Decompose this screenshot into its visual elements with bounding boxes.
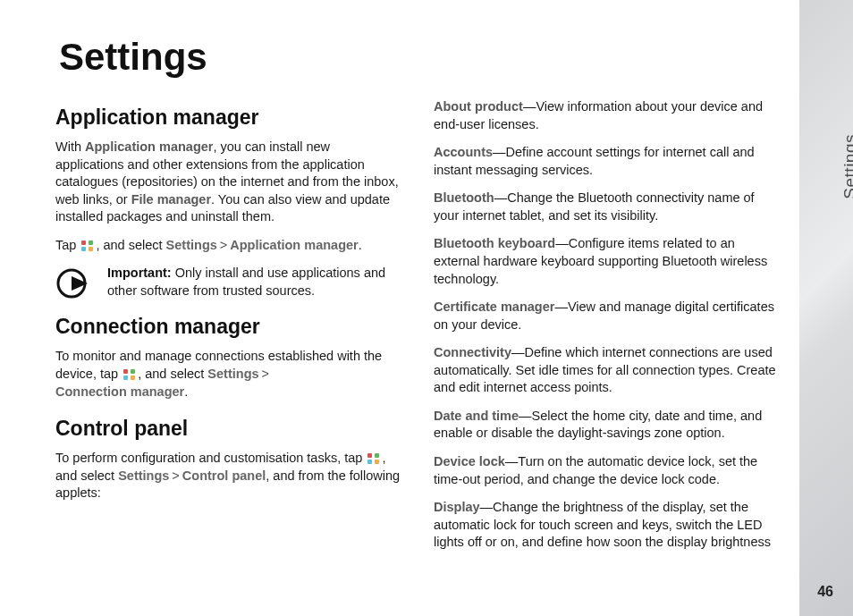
text: . bbox=[184, 384, 188, 399]
paragraph-app-manager-path: Tap , and select Settings>Application ma… bbox=[55, 237, 401, 255]
applet-description: —Change the brightness of the display, s… bbox=[434, 500, 771, 549]
term-file-manager: File manager bbox=[131, 192, 211, 207]
page-title: Settings bbox=[59, 36, 780, 79]
path-control-panel: Control panel bbox=[182, 468, 266, 483]
path-settings: Settings bbox=[166, 238, 217, 252]
page-number: 46 bbox=[817, 584, 833, 600]
paragraph-connection-manager: To monitor and manage connections establ… bbox=[55, 348, 401, 401]
applet-entry: Date and time—Select the home city, date… bbox=[434, 408, 780, 443]
applet-entry: Connectivity—Define which internet conne… bbox=[434, 344, 780, 397]
breadcrumb-separator: > bbox=[172, 468, 179, 483]
applet-entry: Display—Change the brightness of the dis… bbox=[434, 499, 780, 552]
term-application-manager: Application manager bbox=[85, 139, 213, 154]
applet-label: Display bbox=[434, 500, 480, 514]
apps-menu-icon bbox=[81, 240, 94, 251]
apps-menu-icon bbox=[123, 369, 136, 380]
text: To perform configuration and customisati… bbox=[55, 451, 366, 465]
applet-label: Certificate manager bbox=[434, 300, 554, 314]
heading-connection-manager: Connection manager bbox=[55, 313, 401, 341]
applet-label: Accounts bbox=[434, 145, 493, 159]
paragraph-control-panel: To perform configuration and customisati… bbox=[55, 450, 401, 502]
heading-application-manager: Application manager bbox=[55, 104, 401, 131]
side-tab-label: Settings bbox=[840, 134, 853, 199]
important-icon bbox=[55, 266, 95, 300]
path-settings: Settings bbox=[118, 468, 169, 483]
applet-label: Bluetooth keyboard bbox=[434, 236, 555, 250]
content-area: Settings Application manager With Applic… bbox=[55, 36, 780, 562]
heading-control-panel: Control panel bbox=[55, 415, 401, 443]
text: , and select bbox=[138, 367, 207, 381]
text: With bbox=[55, 139, 85, 154]
important-text: Important: Only install and use applicat… bbox=[107, 265, 401, 300]
applet-entry: About product—View information about you… bbox=[434, 98, 780, 133]
applet-label: Connectivity bbox=[434, 345, 511, 359]
applet-entry: Bluetooth—Change the Bluetooth connectiv… bbox=[434, 190, 780, 224]
side-tab-background bbox=[799, 0, 853, 616]
applet-entry: Bluetooth keyboard—Configure items relat… bbox=[434, 235, 780, 288]
apps-menu-icon bbox=[367, 453, 380, 464]
text: . bbox=[359, 238, 362, 252]
path-application-manager: Application manager bbox=[230, 238, 358, 252]
columns: Application manager With Application man… bbox=[55, 98, 780, 562]
page: Settings 46 Settings Application manager… bbox=[0, 0, 853, 616]
applet-entry: Certificate manager—View and manage digi… bbox=[434, 299, 780, 333]
column-left: Application manager With Application man… bbox=[55, 98, 401, 562]
label-important: Important: bbox=[107, 266, 172, 280]
applet-entry: Device lock—Turn on the automatic device… bbox=[434, 453, 780, 488]
applet-label: Bluetooth bbox=[434, 190, 494, 205]
text: , and select bbox=[96, 238, 165, 252]
column-right: About product—View information about you… bbox=[434, 98, 780, 562]
path-settings: Settings bbox=[207, 367, 258, 381]
applet-entry: Accounts—Define account settings for int… bbox=[434, 144, 780, 179]
applet-label: About product bbox=[434, 99, 523, 114]
breadcrumb-separator: > bbox=[220, 238, 227, 252]
important-note: Important: Only install and use applicat… bbox=[55, 265, 401, 300]
path-connection-manager: Connection manager bbox=[55, 384, 184, 399]
paragraph-app-manager-intro: With Application manager, you can instal… bbox=[55, 139, 401, 226]
applet-label: Date and time bbox=[434, 409, 519, 423]
applet-label: Device lock bbox=[434, 454, 505, 468]
text: Tap bbox=[55, 238, 80, 252]
breadcrumb-separator: > bbox=[262, 367, 269, 381]
